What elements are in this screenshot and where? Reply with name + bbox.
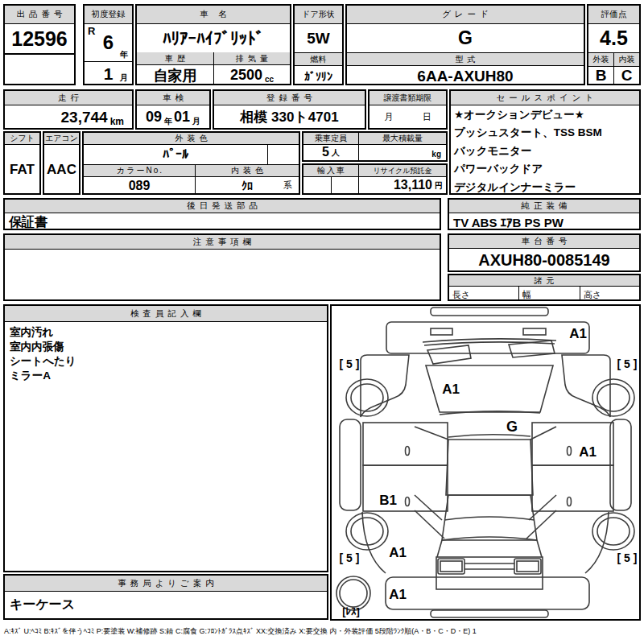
exterior-grade-value: B — [588, 66, 613, 85]
genuine-equipment-value: TV ABS ｴｱB PS PW — [449, 213, 639, 231]
history-label: 車歴 — [137, 52, 213, 65]
interior-grade-value: C — [613, 66, 639, 85]
damage-mark-door-right: A1 — [572, 444, 604, 460]
era-code: R — [88, 25, 95, 37]
inspector-note-line: シートへたり — [10, 354, 322, 369]
specs-box: 諸元 長さ 幅 高さ — [448, 274, 641, 301]
exterior-grade-label: 外装 — [588, 53, 613, 67]
registration-no-box: 登録番号 相模 330ト4701 — [213, 89, 366, 130]
exterior-color-label: 外装色 — [84, 133, 299, 145]
import-car-cell-b — [331, 176, 358, 193]
mileage-value: 23,744 km — [5, 105, 132, 129]
color-no-label: カラーNo. — [84, 165, 195, 177]
lot-number-label: 出品番号 — [5, 6, 74, 24]
chassis-no-label: 車台番号 — [449, 235, 639, 249]
inspector-note-line: 室内汚れ — [10, 325, 322, 340]
inspection-year-unit: 年 — [164, 116, 172, 129]
max-load-label: 最大積載量 — [358, 133, 446, 145]
mileage-unit: km — [110, 116, 124, 129]
spare-tire-mark: [ﾚｽ] — [335, 605, 367, 617]
office-notice-box: 事務局よりご案内 キーケース — [3, 574, 328, 620]
auction-sheet: 出品番号 12596 初度登録 R 6 年 1 月 車 名 ﾊﾘｱｰﾊｲﾌﾞﾘｯ… — [0, 0, 644, 644]
door-shape-value: 5W — [295, 24, 342, 52]
first-registration-box: 初度登録 R 6 年 1 月 — [83, 4, 134, 85]
damage-mark-fender-left: A1 — [382, 545, 414, 561]
interior-grade-label: 内装 — [613, 53, 639, 67]
aircon-value: AAC — [44, 145, 79, 194]
wheel-mark-front-left: [ 5 ] — [333, 551, 365, 564]
registration-no-label: 登録番号 — [214, 91, 365, 105]
model-code-label: 型式 — [347, 52, 584, 66]
color-no-value: 089 — [84, 176, 195, 195]
damage-mark-door-left: B1 — [372, 493, 404, 509]
caution-box: 注意事項欄 — [3, 233, 441, 301]
displacement-number: 2500 — [230, 67, 262, 84]
first-registration-year: 6 — [103, 31, 114, 54]
mileage-box: 走行 23,744 km — [3, 89, 134, 130]
car-diagram-panel: A1 [ 5 ] [ 5 ] A1 G A1 B1 A1 [ 5 ] [ 5 ]… — [330, 304, 641, 621]
exterior-color-value: ﾊﾟｰﾙ — [84, 145, 267, 164]
office-notice-value: キーケース — [5, 592, 327, 617]
car-name-value: ﾊﾘｱｰﾊｲﾌﾞﾘｯﾄﾞ — [137, 24, 290, 52]
transfer-deadline-box: 譲渡書類期限 月 日 — [368, 89, 448, 130]
aircon-label: エアコン — [44, 133, 79, 145]
import-recycle-box: 輸入車 リサイクル預託金 13,110 円 — [302, 163, 448, 195]
max-load-value: kg — [358, 144, 446, 160]
sales-points-label: セールスポイント — [451, 91, 639, 105]
first-registration-month-cell: 1 月 — [85, 61, 132, 85]
damage-mark-rear-glass: A1 — [435, 382, 467, 398]
capacity-unit: 人 — [332, 147, 340, 160]
transfer-deadline-value: 月 日 — [369, 105, 446, 129]
caution-label: 注意事項欄 — [5, 235, 440, 250]
specs-label: 諸元 — [449, 275, 639, 287]
chassis-no-box: 車台番号 AXUH80-0085149 — [448, 233, 641, 272]
lot-number-value: 12596 — [5, 24, 74, 53]
displacement-label: 排気量 — [214, 52, 290, 65]
capacity-label: 乗車定員 — [303, 133, 358, 145]
mileage-number: 23,744 — [61, 109, 108, 126]
inspector-note-line: ミラーA — [10, 369, 322, 383]
shift-label: シフト — [5, 133, 39, 145]
inspector-notes-box: 検査員記入欄 室内汚れ 室内内張傷 シートへたり ミラーA — [3, 304, 328, 572]
inspector-note-line: 室内内張傷 — [10, 340, 322, 354]
capacity-number: 5 — [322, 145, 329, 159]
wheel-mark-rear-left: [ 5 ] — [333, 357, 365, 370]
sales-points-box: セールスポイント ★オークションデビュー★ プッシュスタート、TSS BSM バ… — [449, 89, 641, 195]
shift-value: FAT — [5, 145, 39, 194]
registration-no-value: 相模 330ト4701 — [214, 105, 365, 129]
month-unit: 月 — [120, 72, 128, 84]
wheel-mark-front-right: [ 5 ] — [611, 551, 643, 564]
max-load-unit: kg — [431, 150, 441, 160]
recycle-deposit-unit: 円 — [435, 180, 443, 193]
first-registration-label: 初度登録 — [85, 6, 132, 24]
sales-point-line: バックモニター — [454, 142, 636, 160]
lot-number-box: 出品番号 12596 — [3, 4, 76, 85]
sales-point-line: プッシュスタート、TSS BSM — [454, 124, 636, 142]
damage-code-legend: A:ｷｽﾞ U:ﾍｺﾐ B:ｷｽﾞを伴うﾍｺﾐ P:要塗装 W:補修跡 S:錆 … — [4, 626, 642, 637]
spec-height-cell: 高さ — [580, 287, 639, 301]
office-notice-label: 事務局よりご案内 — [5, 576, 327, 592]
import-car-cell-a — [303, 176, 331, 193]
grade-box: グレード G 型式 6AA-AXUH80 — [345, 4, 585, 85]
inspection-month-unit: 月 — [192, 116, 200, 129]
capacity-load-box: 乗車定員 最大積載量 5 人 kg — [302, 131, 448, 162]
displacement-value: 2500 cc — [214, 65, 290, 85]
damage-mark-rear-bumper: A1 — [562, 326, 594, 342]
first-registration-month: 1 — [104, 64, 114, 84]
inspection-value: 09 年 01 月 — [137, 105, 209, 129]
score-label: 評価点 — [588, 6, 639, 24]
car-diagram-outline — [332, 306, 639, 619]
first-registration-year-cell: R 6 年 — [85, 24, 132, 61]
displacement-cell: 排気量 2500 cc — [213, 52, 290, 85]
interior-color-suffix: 系 — [283, 180, 292, 192]
interior-color-name: ｸﾛ — [242, 180, 253, 192]
transfer-day-unit: 日 — [423, 111, 431, 123]
caution-value — [5, 250, 440, 307]
fuel-label: 燃料 — [295, 52, 342, 66]
interior-color-value: ｸﾛ 系 — [195, 176, 299, 195]
displacement-unit: cc — [265, 75, 274, 85]
sales-points-list: ★オークションデビュー★ プッシュスタート、TSS BSM バックモニター パワ… — [451, 105, 639, 197]
lot-number-empty-cell — [5, 53, 74, 86]
fuel-value: ｶﾞｿﾘﾝ — [295, 66, 342, 86]
inspection-label: 車検 — [137, 91, 209, 105]
